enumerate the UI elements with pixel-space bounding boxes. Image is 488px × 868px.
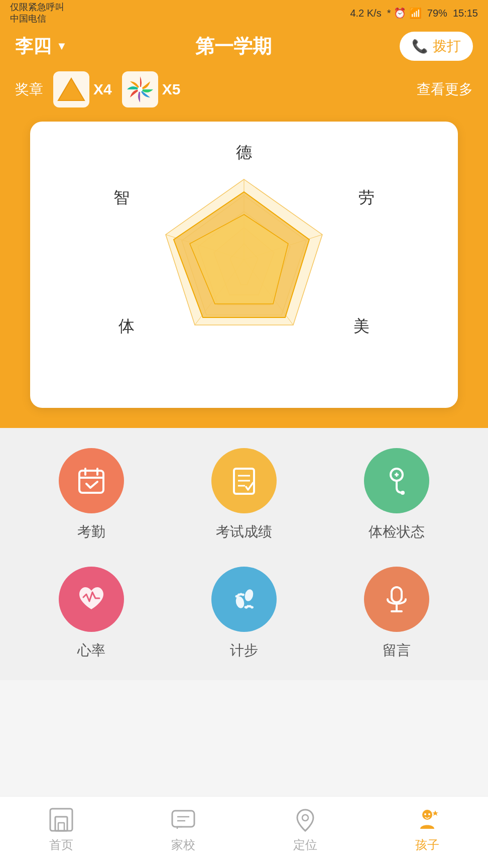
health-label: 体检状态	[369, 522, 425, 541]
nav-home[interactable]: 首页	[48, 807, 74, 853]
radar-label-lao: 劳	[358, 187, 375, 209]
svg-point-48	[302, 815, 308, 821]
radar-label-mei: 美	[353, 315, 370, 338]
nav-location-label: 定位	[293, 837, 317, 853]
exam-button[interactable]: 考试成绩	[211, 448, 277, 541]
exam-icon-circle	[211, 448, 277, 513]
attendance-label: 考勤	[77, 522, 105, 541]
svg-rect-42	[50, 809, 72, 831]
svg-point-26	[401, 491, 405, 495]
steps-button[interactable]: 计步	[211, 567, 277, 660]
svg-rect-39	[392, 587, 402, 602]
nav-location[interactable]: 定位	[292, 807, 318, 853]
bottom-nav: 首页 家校 定位 孩子	[0, 796, 488, 868]
nav-home-label: 首页	[49, 837, 73, 853]
footsteps-icon	[228, 583, 260, 615]
svg-rect-45	[172, 811, 194, 827]
user-name: 李四	[15, 34, 51, 59]
badge-pinwheel-icon	[122, 71, 158, 107]
grid-section: 考勤 考试成绩	[0, 428, 488, 680]
svg-marker-52	[432, 810, 439, 816]
badge-item-2[interactable]: X5	[122, 71, 181, 107]
attendance-icon-circle	[59, 448, 124, 513]
calendar-check-icon	[75, 465, 107, 497]
status-network: 4.2 K/s * ⏰ 📶 79% 15:15	[350, 7, 478, 19]
steps-label: 计步	[230, 641, 258, 660]
badges-label: 奖章	[15, 80, 43, 99]
message-label: 留言	[383, 641, 411, 660]
exam-label: 考试成绩	[216, 522, 272, 541]
message-bubble-icon	[170, 807, 196, 833]
nav-child-label: 孩子	[415, 837, 439, 853]
badges-more-button[interactable]: 查看更多	[417, 80, 473, 99]
radar-svg	[154, 169, 334, 350]
nav-school[interactable]: 家校	[170, 807, 196, 853]
svg-point-50	[424, 813, 426, 815]
badge-triangle-icon	[53, 71, 89, 107]
badges-section: 奖章 X4 X5	[0, 71, 488, 122]
location-pin-icon	[292, 807, 318, 833]
grid-row-1: 考勤 考试成绩	[15, 448, 473, 541]
stethoscope-icon	[381, 465, 413, 497]
nav-school-label: 家校	[171, 837, 195, 853]
steps-icon-circle	[211, 567, 277, 632]
heartrate-button[interactable]: 心率	[59, 567, 124, 660]
nav-child[interactable]: 孩子	[414, 807, 440, 853]
health-button[interactable]: 体检状态	[364, 448, 429, 541]
attendance-button[interactable]: 考勤	[59, 448, 124, 541]
svg-point-34	[243, 588, 255, 602]
radar-card: 德 劳 美 体 智	[30, 122, 458, 408]
dropdown-icon: ▼	[56, 40, 67, 53]
semester-title: 第一学期	[195, 34, 272, 59]
badge-1-count: X4	[93, 81, 112, 98]
heartrate-icon-circle	[59, 567, 124, 632]
svg-rect-16	[79, 471, 103, 493]
home-icon	[48, 807, 74, 833]
phone-icon: 📞	[412, 39, 428, 54]
svg-point-3	[138, 87, 143, 92]
call-button[interactable]: 📞 拨打	[400, 32, 473, 61]
svg-point-51	[428, 813, 430, 815]
heart-icon	[75, 583, 107, 615]
radar-label-ti: 体	[118, 315, 135, 338]
child-icon	[414, 807, 440, 833]
radar-wrapper: 德 劳 美 体 智	[113, 142, 375, 383]
user-selector[interactable]: 李四 ▼	[15, 34, 67, 59]
microphone-icon	[381, 583, 413, 615]
health-icon-circle	[364, 448, 429, 513]
svg-rect-43	[55, 817, 67, 831]
badge-2-count: X5	[162, 81, 181, 98]
radar-label-de: 德	[236, 142, 252, 164]
header: 李四 ▼ 第一学期 📞 拨打	[0, 26, 488, 71]
badge-item-1[interactable]: X4	[53, 71, 112, 107]
status-carrier: 仅限紧急呼叫 中国电信	[10, 2, 64, 25]
message-button[interactable]: 留言	[364, 567, 429, 660]
grid-row-2: 心率 计步	[15, 567, 473, 660]
message-icon-circle	[364, 567, 429, 632]
call-label: 拨打	[433, 37, 461, 56]
svg-rect-44	[58, 823, 64, 831]
status-bar: 仅限紧急呼叫 中国电信 4.2 K/s * ⏰ 📶 79% 15:15	[0, 0, 488, 26]
heartrate-label: 心率	[77, 641, 105, 660]
report-icon	[228, 465, 260, 497]
bottom-spacer	[0, 680, 488, 745]
radar-label-zhi: 智	[113, 187, 130, 209]
